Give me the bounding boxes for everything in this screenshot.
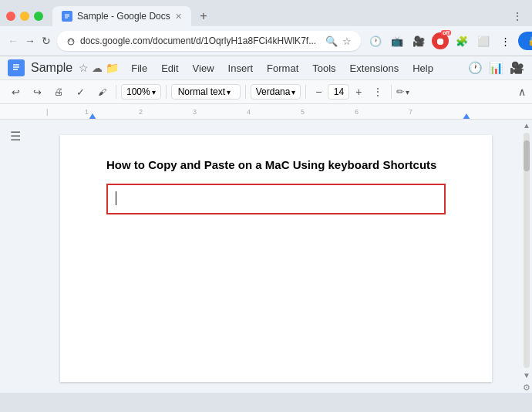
meet-icon[interactable]: 📊 xyxy=(489,61,503,75)
address-icons: 🔍 ☆ xyxy=(325,35,352,47)
browser-controls-right: ⋮ xyxy=(512,10,526,22)
new-tab-button[interactable]: + xyxy=(194,7,213,25)
star-icon[interactable]: ☆ xyxy=(79,62,89,74)
font-chevron: ▾ xyxy=(291,88,295,96)
increase-font-size-button[interactable]: + xyxy=(351,84,366,100)
separator-1 xyxy=(116,85,116,99)
extension-icon[interactable]: ⬜ xyxy=(475,32,492,49)
separator-2 xyxy=(166,85,167,99)
scroll-thumb[interactable] xyxy=(524,140,530,171)
traffic-light-red[interactable] xyxy=(6,12,15,21)
document-heading: How to Copy and Paste on a MaC Using key… xyxy=(106,158,446,171)
address-bar: ← → ↻ docs.google.com/document/d/1OqrlyH… xyxy=(0,26,532,56)
menu-format[interactable]: Format xyxy=(261,60,305,76)
browser-right-icons: 🕐 📺 🎥 ⏺ off 🧩 ⬜ ⋮ 🔒 Share A xyxy=(367,31,532,51)
reload-button[interactable]: ↻ xyxy=(42,32,51,50)
style-chevron: ▾ xyxy=(227,88,231,96)
outline-icon[interactable]: ☰ xyxy=(10,129,21,144)
puzzle-icon[interactable]: 🧩 xyxy=(453,32,470,49)
traffic-lights xyxy=(6,12,43,21)
menu-insert[interactable]: Insert xyxy=(222,60,260,76)
browser-chrome: Sample - Google Docs ✕ + ⋮ ← → ↻ docs.go… xyxy=(0,0,532,120)
share-icon: 🔒 xyxy=(527,35,532,46)
scroll-down-button[interactable]: ▼ xyxy=(521,370,532,381)
toolbar-right: 🕐 📊 🎥 xyxy=(468,61,524,75)
address-url-text: docs.google.com/document/d/1OqrlyH1a8FCi… xyxy=(80,35,316,46)
video-meet-icon[interactable]: 🎥 xyxy=(510,61,524,75)
right-scrollbar: ▲ ▼ ⚙ xyxy=(521,120,532,393)
style-value: Normal text xyxy=(178,86,225,97)
more-options-button[interactable]: ⋮ xyxy=(369,86,386,98)
menu-edit[interactable]: Edit xyxy=(155,60,184,76)
record-icon[interactable]: ⏺ off xyxy=(432,32,449,49)
ruler: | 1 2 3 4 5 6 7 xyxy=(0,104,532,120)
cast-icon[interactable]: 📺 xyxy=(389,32,406,49)
folder-icon[interactable]: 📁 xyxy=(106,62,119,74)
text-cursor xyxy=(116,191,116,205)
traffic-light-green[interactable] xyxy=(34,12,43,21)
scroll-up-button[interactable]: ▲ xyxy=(521,120,532,131)
ruler-tab-right xyxy=(463,113,470,120)
zoom-value: 100% xyxy=(126,86,150,97)
separator-4 xyxy=(305,85,306,99)
font-value: Verdana xyxy=(256,86,291,97)
collapse-toolbar-button[interactable]: ∧ xyxy=(518,86,526,98)
document-area: How to Copy and Paste on a MaC Using key… xyxy=(31,120,521,393)
font-size-controls: − 14 + xyxy=(311,84,366,100)
undo-button[interactable]: ↩ xyxy=(6,83,25,101)
share-button[interactable]: 🔒 Share xyxy=(518,32,532,50)
history-extension-icon[interactable]: 🕐 xyxy=(367,32,384,49)
tab-docs-icon xyxy=(62,11,72,22)
left-sidebar: ☰ xyxy=(0,120,31,393)
menu-tools[interactable]: Tools xyxy=(306,60,342,76)
paint-format-button[interactable]: 🖌 xyxy=(93,83,111,101)
menu-help[interactable]: Help xyxy=(406,60,439,76)
menu-file[interactable]: File xyxy=(125,60,153,76)
app-title-icons: ☆ ☁ 📁 xyxy=(79,62,119,74)
print-button[interactable]: 🖨 xyxy=(49,83,68,101)
tab-bar: Sample - Google Docs ✕ + ⋮ xyxy=(0,0,532,26)
decrease-font-size-button[interactable]: − xyxy=(311,84,326,100)
search-icon[interactable]: 🔍 xyxy=(325,35,338,47)
svg-point-1 xyxy=(68,39,74,45)
menu-view[interactable]: View xyxy=(187,60,221,76)
scroll-track[interactable] xyxy=(524,133,530,368)
font-selector[interactable]: Verdana ▾ xyxy=(251,84,301,100)
menu-extensions[interactable]: Extensions xyxy=(344,60,406,76)
browser-more-icon[interactable]: ⋮ xyxy=(497,32,513,49)
scroll-settings-button[interactable]: ⚙ xyxy=(523,383,530,393)
version-history-icon[interactable]: 🕐 xyxy=(468,61,483,75)
format-toolbar: ↩ ↪ 🖨 ✓ 🖌 100% ▾ Normal text ▾ Verdana ▾… xyxy=(0,80,532,104)
font-size-value[interactable]: 14 xyxy=(328,84,349,100)
app-menu: File Edit View Insert Format Tools Exten… xyxy=(125,60,462,76)
zoom-selector[interactable]: 100% ▾ xyxy=(121,84,161,100)
active-tab[interactable]: Sample - Google Docs ✕ xyxy=(52,6,191,26)
app-toolbar: Sample ☆ ☁ 📁 File Edit View Insert Forma… xyxy=(0,56,532,80)
document-page: How to Copy and Paste on a MaC Using key… xyxy=(60,135,492,382)
style-selector[interactable]: Normal text ▾ xyxy=(171,84,241,100)
ruler-tab-left xyxy=(89,113,96,120)
pencil-icon: ✏ xyxy=(396,86,404,97)
lock-icon xyxy=(66,36,76,46)
main-content: ☰ How to Copy and Paste on a MaC Using k… xyxy=(0,120,532,393)
svg-marker-3 xyxy=(89,113,96,120)
address-input[interactable]: docs.google.com/document/d/1OqrlyH1a8FCi… xyxy=(57,31,361,51)
redo-button[interactable]: ↪ xyxy=(28,83,46,101)
tab-title: Sample - Google Docs xyxy=(77,11,170,22)
bookmark-icon[interactable]: ☆ xyxy=(342,35,352,47)
app-logo xyxy=(8,59,25,76)
spellcheck-button[interactable]: ✓ xyxy=(71,83,89,101)
traffic-light-yellow[interactable] xyxy=(20,12,29,21)
app-title: Sample xyxy=(31,61,72,75)
forward-button[interactable]: → xyxy=(25,32,35,50)
zoom-chevron: ▾ xyxy=(152,88,156,96)
browser-menu-icon[interactable]: ⋮ xyxy=(512,10,523,22)
svg-marker-4 xyxy=(463,113,470,120)
text-input-box[interactable] xyxy=(106,184,446,214)
tab-close-button[interactable]: ✕ xyxy=(175,12,182,22)
edit-chevron: ▾ xyxy=(406,88,409,96)
back-button[interactable]: ← xyxy=(8,32,19,50)
video-icon[interactable]: 🎥 xyxy=(410,32,427,49)
edit-mode-button[interactable]: ✏ ▾ xyxy=(396,86,409,97)
cloud-icon[interactable]: ☁ xyxy=(92,62,103,74)
